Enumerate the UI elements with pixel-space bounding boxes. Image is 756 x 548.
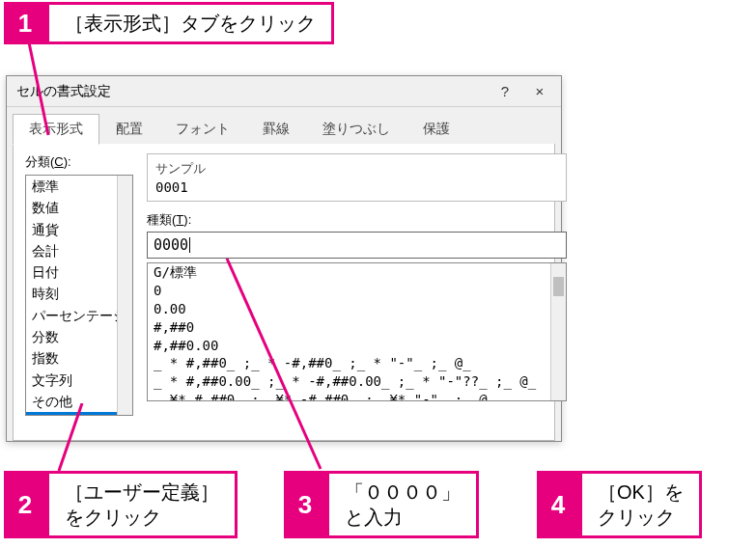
category-panel: 分類(C): 標準 数値 通貨 会計 日付 時刻 パーセンテージ 分数 指数 文…	[25, 153, 133, 430]
format-item[interactable]: 0.00	[148, 300, 566, 318]
format-details-panel: サンプル 0001 種類(T): 0000 G/標準 0 0.00 #,##0 …	[147, 153, 567, 430]
type-label: 種類(T):	[147, 211, 567, 229]
tab-border[interactable]: 罫線	[246, 114, 306, 145]
dialog-body: 分類(C): 標準 数値 通貨 会計 日付 時刻 パーセンテージ 分数 指数 文…	[13, 144, 555, 441]
format-item[interactable]: _ ¥* #,##0_ ;_ ¥* -#,##0_ ;_ ¥* "-"_ ;_ …	[148, 391, 566, 401]
format-cells-dialog: セルの書式設定 ? × 表示形式 配置 フォント 罫線 塗りつぶし 保護 分類(…	[6, 75, 562, 442]
format-item[interactable]: 0	[148, 282, 566, 300]
category-listbox[interactable]: 標準 数値 通貨 会計 日付 時刻 パーセンテージ 分数 指数 文字列 その他 …	[25, 175, 133, 416]
dialog-title: セルの書式設定	[16, 83, 488, 100]
callout-2-number: 2	[4, 471, 46, 538]
format-item[interactable]: #,##0	[148, 318, 566, 337]
callout-4-text: ［OK］を クリック	[579, 471, 702, 538]
dialog-tabs: 表示形式 配置 フォント 罫線 塗りつぶし 保護	[7, 107, 561, 144]
callout-3: 3 「００００」 と入力	[284, 471, 479, 538]
dialog-titlebar: セルの書式設定 ? ×	[7, 76, 561, 107]
callout-3-text: 「００００」 と入力	[326, 471, 479, 538]
callout-4: 4 ［OK］を クリック	[537, 471, 702, 538]
format-scrollbar[interactable]	[550, 263, 566, 400]
category-label: 分類(C):	[25, 153, 133, 171]
tab-protection[interactable]: 保護	[406, 114, 466, 145]
callout-2: 2 ［ユーザー定義］ をクリック	[4, 471, 238, 538]
type-input-value: 0000	[154, 236, 188, 254]
sample-label: サンプル	[155, 160, 558, 178]
format-item[interactable]: _ * #,##0_ ;_ * -#,##0_ ;_ * "-"_ ;_ @_	[148, 354, 566, 372]
tab-font[interactable]: フォント	[159, 114, 246, 145]
callout-1-number: 1	[4, 2, 46, 44]
format-item[interactable]: _ * #,##0.00_ ;_ * -#,##0.00_ ;_ * "-"??…	[148, 372, 566, 391]
callout-3-number: 3	[284, 471, 326, 538]
category-scrollbar[interactable]	[117, 176, 132, 415]
callout-4-number: 4	[537, 471, 579, 538]
tab-alignment[interactable]: 配置	[99, 114, 159, 145]
callout-1: 1 ［表示形式］タブをクリック	[4, 2, 334, 44]
format-listbox[interactable]: G/標準 0 0.00 #,##0 #,##0.00 _ * #,##0_ ;_…	[147, 262, 567, 401]
scrollbar-thumb[interactable]	[553, 277, 564, 296]
format-item[interactable]: G/標準	[148, 263, 566, 282]
help-button[interactable]: ?	[488, 79, 522, 104]
sample-box: サンプル 0001	[147, 153, 567, 202]
tab-number-format[interactable]: 表示形式	[13, 114, 99, 145]
type-input[interactable]: 0000	[147, 232, 567, 259]
text-cursor	[189, 237, 190, 253]
format-item[interactable]: #,##0.00	[148, 337, 566, 355]
sample-value: 0001	[155, 179, 558, 195]
tab-fill[interactable]: 塗りつぶし	[306, 114, 406, 145]
close-button[interactable]: ×	[522, 79, 557, 104]
callout-1-text: ［表示形式］タブをクリック	[46, 2, 334, 44]
callout-2-text: ［ユーザー定義］ をクリック	[46, 471, 238, 538]
